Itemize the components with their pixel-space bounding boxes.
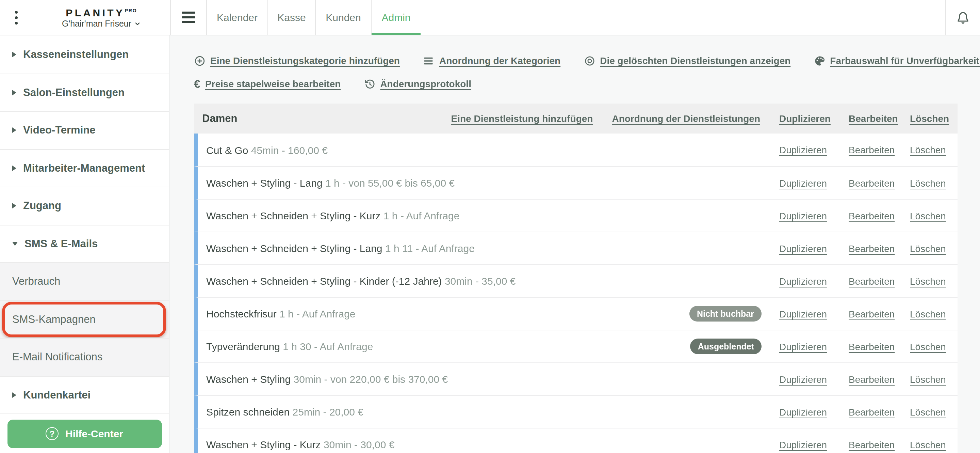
admin-sidebar: Kasseneinstellungen Salon-Einstellungen … <box>0 35 169 453</box>
action-link[interactable]: Änderungsprotokoll <box>364 78 471 89</box>
duplicate-link[interactable]: Duplizieren <box>779 308 849 319</box>
delete-link[interactable]: Löschen <box>910 406 951 417</box>
edit-link[interactable]: Bearbeiten <box>849 210 910 221</box>
service-details: 30min - 30,00 € <box>324 439 395 450</box>
service-name: Typveränderung <box>206 341 280 352</box>
delete-link[interactable]: Löschen <box>910 243 951 254</box>
duplicate-link[interactable]: Duplizieren <box>779 341 849 352</box>
duplicate-link[interactable]: Duplizieren <box>779 439 849 450</box>
status-badge: Ausgeblendet <box>690 338 762 354</box>
sidebar-item[interactable]: SMS-Kampagnen <box>0 300 169 338</box>
delete-link[interactable]: Löschen <box>910 276 951 286</box>
sidebar-item-label: Video-Termine <box>23 124 95 137</box>
disclosure-triangle-icon <box>12 203 16 209</box>
notification-bell-icon[interactable] <box>956 11 970 24</box>
action-link[interactable]: Farbauswahl für Unverfügbarkeiten <box>814 55 980 66</box>
order-services-link[interactable]: Anordnung der Dienstleistungen <box>612 113 760 124</box>
sidebar-item[interactable]: Kasseneinstellungen <box>0 35 169 73</box>
column-header-duplicate[interactable]: Duplizieren <box>779 113 849 124</box>
service-name: Waschen + Schneiden + Styling - Kurz <box>206 210 381 222</box>
service-row: Waschen + Styling - Lang 1 h - von 55,00… <box>194 166 958 199</box>
sidebar-item[interactable]: Zugang <box>0 187 169 225</box>
service-details: 1 h 30 - Auf Anfrage <box>283 341 373 352</box>
column-header-delete[interactable]: Löschen <box>910 113 951 124</box>
service-name: Waschen + Styling - Kurz <box>206 439 321 450</box>
nav-tab[interactable]: Kasse <box>267 0 315 35</box>
edit-link[interactable]: Bearbeiten <box>849 374 910 384</box>
disclosure-triangle-icon <box>12 128 16 133</box>
service-details: 30min - von 220,00 € bis 370,00 € <box>294 373 448 385</box>
nav-tab[interactable]: Admin <box>371 0 421 35</box>
edit-link[interactable]: Bearbeiten <box>849 177 910 188</box>
delete-link[interactable]: Löschen <box>910 210 951 221</box>
brand-pro-suffix: PRO <box>124 8 137 13</box>
sidebar-item[interactable]: Kundenkartei <box>0 376 169 413</box>
duplicate-link[interactable]: Duplizieren <box>779 210 849 221</box>
disclosure-triangle-icon <box>12 166 16 171</box>
edit-link[interactable]: Bearbeiten <box>849 406 910 417</box>
duplicate-link[interactable]: Duplizieren <box>779 406 849 417</box>
service-details: 1 h - Auf Anfrage <box>383 210 460 222</box>
action-link[interactable]: Eine Dienstleistungskategorie hinzufügen <box>194 55 400 66</box>
sidebar-item[interactable]: Mitarbeiter-Management <box>0 149 169 187</box>
service-name: Cut & Go <box>206 144 248 156</box>
delete-link[interactable]: Löschen <box>910 341 951 352</box>
sidebar-item[interactable]: Verbrauch <box>0 262 169 300</box>
delete-link[interactable]: Löschen <box>910 308 951 319</box>
header-right <box>945 0 980 35</box>
hamburger-menu-button[interactable] <box>171 0 206 35</box>
edit-link[interactable]: Bearbeiten <box>849 341 910 352</box>
duplicate-link[interactable]: Duplizieren <box>779 374 849 384</box>
help-center-button[interactable]: ? Hilfe-Center <box>7 419 162 448</box>
service-row: Waschen + Styling - Kurz 30min - 30,00 €… <box>194 428 958 453</box>
main-nav-tabs: Kalender Kasse Kunden Admin <box>206 0 421 35</box>
duplicate-link[interactable]: Duplizieren <box>779 243 849 254</box>
action-link[interactable]: Die gelöschten Dienstleistungen anzeigen <box>584 55 791 66</box>
service-details: 1 h - von 55,00 € bis 65,00 € <box>325 177 455 189</box>
service-name: Waschen + Schneiden + Styling - Lang <box>206 242 382 254</box>
sidebar-item[interactable]: SMS & E-Mails <box>0 225 169 262</box>
sidebar-item-label: E-Mail Notifications <box>12 351 102 364</box>
column-header-edit[interactable]: Bearbeiten <box>849 113 910 124</box>
service-details: 25min - 20,00 € <box>293 406 363 418</box>
delete-link[interactable]: Löschen <box>910 374 951 384</box>
euro-icon: € <box>194 78 200 89</box>
duplicate-link[interactable]: Duplizieren <box>779 276 849 286</box>
edit-link[interactable]: Bearbeiten <box>849 439 910 450</box>
delete-link[interactable]: Löschen <box>910 177 951 188</box>
sidebar-item-label: SMS & E-Mails <box>24 238 98 250</box>
duplicate-link[interactable]: Duplizieren <box>779 144 849 155</box>
edit-link[interactable]: Bearbeiten <box>849 144 910 155</box>
sidebar-item[interactable]: Salon-Einstellungen <box>0 73 169 111</box>
history-icon <box>364 78 375 89</box>
add-service-link[interactable]: Eine Dienstleistung hinzufügen <box>451 113 593 124</box>
salon-selector[interactable]: G'hair'man Friseur <box>62 19 141 28</box>
service-name: Waschen + Schneiden + Styling - Kinder (… <box>206 275 442 287</box>
service-row: Waschen + Styling 30min - von 220,00 € b… <box>194 362 958 395</box>
delete-link[interactable]: Löschen <box>910 144 951 155</box>
nav-tab[interactable]: Kalender <box>206 0 267 35</box>
action-link[interactable]: € Preise stapelweise bearbeiten <box>194 78 340 89</box>
kebab-menu-button[interactable] <box>0 0 33 35</box>
category-actions-row-2: € Preise stapelweise bearbeiten Änderung… <box>194 73 980 94</box>
duplicate-link[interactable]: Duplizieren <box>779 177 849 188</box>
service-details: 1 h 11 - Auf Anfrage <box>385 242 475 254</box>
service-name: Spitzen schneiden <box>206 406 290 418</box>
action-link[interactable]: Anordnung der Kategorien <box>423 55 560 66</box>
sidebar-item[interactable]: Video-Termine <box>0 111 169 149</box>
service-details: 30min - 35,00 € <box>445 275 515 287</box>
salon-name: G'hair'man Friseur <box>62 19 131 28</box>
sidebar-item[interactable]: E-Mail Notifications <box>0 338 169 376</box>
top-header: PLANITYPRO G'hair'man Friseur Kalender K… <box>0 0 980 35</box>
edit-link[interactable]: Bearbeiten <box>849 276 910 286</box>
edit-link[interactable]: Bearbeiten <box>849 243 910 254</box>
sidebar-item-label: Salon-Einstellungen <box>23 86 124 99</box>
status-badge: Nicht buchbar <box>689 306 762 322</box>
service-row: Hochsteckfrisur 1 h - Auf Anfrage Nicht … <box>194 297 958 330</box>
edit-link[interactable]: Bearbeiten <box>849 308 910 319</box>
category-actions-row-1: Eine Dienstleistungskategorie hinzufügen… <box>194 50 980 71</box>
chevron-down-icon <box>134 20 141 27</box>
nav-tab[interactable]: Kunden <box>315 0 371 35</box>
service-row: Waschen + Schneiden + Styling - Lang 1 h… <box>194 231 958 264</box>
delete-link[interactable]: Löschen <box>910 439 951 450</box>
